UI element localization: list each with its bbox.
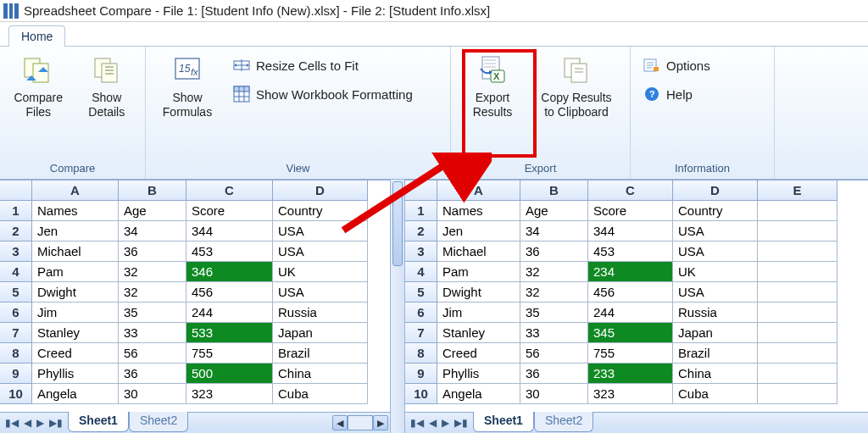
- cell[interactable]: Pam: [32, 262, 119, 282]
- cell[interactable]: 36: [520, 364, 588, 384]
- cell[interactable]: China: [673, 364, 758, 384]
- cell[interactable]: 34: [119, 221, 186, 241]
- cell[interactable]: Score: [588, 201, 673, 221]
- cell[interactable]: 33: [520, 323, 588, 343]
- cell[interactable]: 35: [119, 303, 186, 323]
- col-header[interactable]: A: [32, 180, 119, 201]
- row-header[interactable]: 10: [0, 384, 32, 404]
- col-header[interactable]: D: [673, 180, 758, 201]
- tab-home[interactable]: Home: [8, 25, 65, 47]
- cell[interactable]: Names: [437, 201, 520, 221]
- hscroll-right-icon[interactable]: ▶: [373, 415, 388, 430]
- cell[interactable]: 36: [119, 241, 186, 262]
- cell[interactable]: Pam: [437, 262, 520, 282]
- nav-last-icon[interactable]: ▶▮: [49, 417, 63, 429]
- cell[interactable]: [758, 262, 837, 282]
- cell[interactable]: [758, 364, 837, 384]
- cell[interactable]: Phyllis: [32, 364, 119, 384]
- cell[interactable]: 344: [588, 221, 673, 241]
- help-button[interactable]: ? Help: [639, 82, 714, 106]
- row-header[interactable]: 5: [405, 282, 437, 303]
- cell[interactable]: 456: [186, 282, 273, 303]
- cell[interactable]: 755: [186, 343, 273, 364]
- cell[interactable]: 30: [119, 384, 186, 404]
- nav-first-icon[interactable]: ▮◀: [410, 417, 424, 429]
- row-header[interactable]: 9: [0, 364, 32, 384]
- cell[interactable]: [758, 201, 837, 221]
- cell[interactable]: Michael: [437, 241, 520, 262]
- cell[interactable]: 344: [186, 221, 273, 241]
- col-header[interactable]: E: [758, 180, 837, 201]
- cell[interactable]: UK: [273, 262, 368, 282]
- cell[interactable]: Age: [520, 201, 588, 221]
- cell[interactable]: Score: [186, 201, 273, 221]
- row-header[interactable]: 4: [0, 262, 32, 282]
- cell[interactable]: Russia: [673, 303, 758, 323]
- cell[interactable]: Brazil: [273, 343, 368, 364]
- row-header[interactable]: 7: [405, 323, 437, 343]
- row-header[interactable]: 2: [0, 221, 32, 241]
- cell[interactable]: Creed: [437, 343, 520, 364]
- row-header[interactable]: 4: [405, 262, 437, 282]
- cell[interactable]: Stanley: [437, 323, 520, 343]
- cell[interactable]: 32: [119, 262, 186, 282]
- cell[interactable]: Jen: [32, 221, 119, 241]
- cell[interactable]: 755: [588, 343, 673, 364]
- right-sheet-tab-2[interactable]: Sheet2: [534, 412, 593, 432]
- cell[interactable]: USA: [273, 221, 368, 241]
- row-header[interactable]: 6: [405, 303, 437, 323]
- cell[interactable]: USA: [673, 282, 758, 303]
- export-results-button[interactable]: X ExportResults: [459, 50, 526, 123]
- nav-prev-icon[interactable]: ◀: [24, 417, 31, 429]
- cell[interactable]: Age: [119, 201, 186, 221]
- cell[interactable]: Dwight: [32, 282, 119, 303]
- row-header[interactable]: 10: [405, 384, 437, 404]
- row-header[interactable]: 7: [0, 323, 32, 343]
- show-formulas-button[interactable]: 15 fx ShowFormulas: [154, 50, 220, 123]
- cell[interactable]: Japan: [273, 323, 368, 343]
- cell[interactable]: USA: [273, 282, 368, 303]
- cell[interactable]: 233: [588, 364, 673, 384]
- cell[interactable]: Country: [273, 201, 368, 221]
- cell[interactable]: Stanley: [32, 323, 119, 343]
- cell[interactable]: [758, 343, 837, 364]
- cell[interactable]: Cuba: [673, 384, 758, 404]
- right-grid[interactable]: ABCDE1NamesAgeScoreCountry2Jen34344USA3M…: [405, 180, 868, 412]
- cell[interactable]: China: [273, 364, 368, 384]
- cell[interactable]: Jen: [437, 221, 520, 241]
- col-header[interactable]: B: [119, 180, 186, 201]
- cell[interactable]: 533: [186, 323, 273, 343]
- right-hscroll[interactable]: [593, 413, 868, 433]
- cell[interactable]: 56: [119, 343, 186, 364]
- show-details-button[interactable]: ShowDetails: [77, 50, 137, 123]
- resize-cells-button[interactable]: Resize Cells to Fit: [229, 53, 416, 77]
- cell[interactable]: 500: [186, 364, 273, 384]
- row-header[interactable]: 8: [0, 343, 32, 364]
- col-header[interactable]: B: [520, 180, 588, 201]
- cell[interactable]: Dwight: [437, 282, 520, 303]
- options-button[interactable]: Options: [639, 53, 714, 77]
- cell[interactable]: 34: [520, 221, 588, 241]
- cell[interactable]: Brazil: [673, 343, 758, 364]
- cell[interactable]: [758, 323, 837, 343]
- nav-next-icon[interactable]: ▶: [36, 417, 44, 429]
- cell[interactable]: 32: [520, 262, 588, 282]
- cell[interactable]: 456: [588, 282, 673, 303]
- cell[interactable]: USA: [673, 241, 758, 262]
- cell[interactable]: Jim: [32, 303, 119, 323]
- cell[interactable]: 32: [520, 282, 588, 303]
- compare-files-button[interactable]: CompareFiles: [8, 50, 69, 123]
- nav-first-icon[interactable]: ▮◀: [5, 417, 19, 429]
- nav-prev-icon[interactable]: ◀: [429, 417, 437, 429]
- cell[interactable]: Angela: [32, 384, 119, 404]
- cell[interactable]: 36: [119, 364, 186, 384]
- row-header[interactable]: 8: [405, 343, 437, 364]
- cell[interactable]: 32: [119, 282, 186, 303]
- cell[interactable]: 345: [588, 323, 673, 343]
- cell[interactable]: Russia: [273, 303, 368, 323]
- right-sheet-tab-1[interactable]: Sheet1: [473, 412, 534, 432]
- cell[interactable]: Michael: [32, 241, 119, 262]
- cell[interactable]: [758, 282, 837, 303]
- nav-last-icon[interactable]: ▶▮: [454, 417, 468, 429]
- cell[interactable]: 35: [520, 303, 588, 323]
